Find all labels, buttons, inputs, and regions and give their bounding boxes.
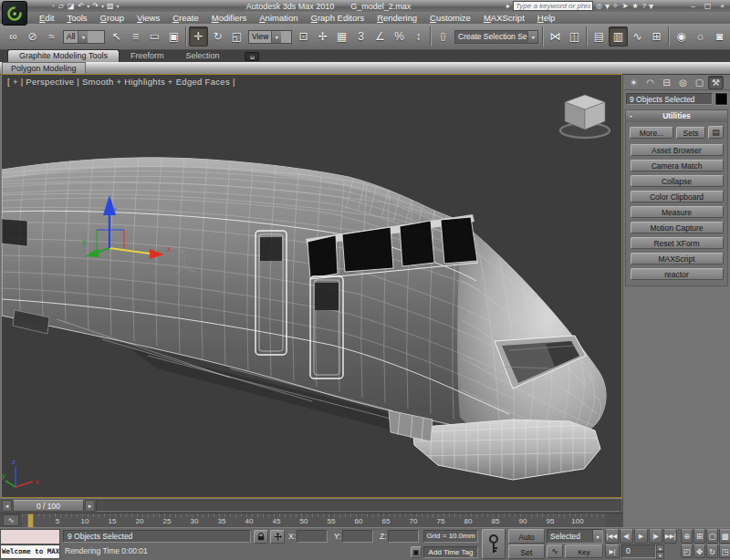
utilities-tab-icon[interactable]: ⚒ [708,76,724,89]
select-and-manipulate-icon[interactable]: ✢ [313,26,332,47]
set-key-button[interactable]: Set Key [508,544,545,559]
undo-icon[interactable]: ↶ [78,1,86,11]
zoom-region-icon[interactable]: ◰ [681,544,693,558]
search-icon[interactable]: ◎ [595,2,603,10]
key-filter-dropdown[interactable]: Selected▾ [547,529,603,544]
new-file-icon[interactable]: ▫ [51,1,56,11]
zoom-extents-icon[interactable]: ▢ [706,529,718,544]
next-frame-arrow-icon[interactable]: ▸ [85,500,95,512]
menu-views[interactable]: Views [130,12,166,24]
previous-frame-arrow-icon[interactable]: ◂ [2,500,12,512]
selset-caret-icon[interactable]: ▾ [527,31,537,43]
schematic-view-icon[interactable]: ⊞ [647,26,666,47]
select-and-link-icon[interactable]: ∞ [4,26,23,47]
select-and-scale-icon[interactable]: ◱ [227,26,246,47]
current-frame-field[interactable]: 0 [621,544,656,558]
maxscript-button[interactable]: MAXScript [631,253,724,264]
restore-button[interactable]: ▢ [702,2,714,10]
mini-curve-editor-icon[interactable]: ∿ [3,514,19,526]
undo-caret-icon[interactable]: ▾ [87,3,89,9]
spinner-up-icon[interactable]: ▴ [656,544,664,552]
align-icon[interactable]: ◫ [565,26,584,47]
spinner-snap-icon[interactable]: ↕ [409,26,428,47]
ribbon-minimize-icon[interactable]: ⊟ [245,52,259,61]
sets-button[interactable]: Sets [676,127,705,139]
coord-caret-icon[interactable]: ▾ [271,31,281,43]
menu-customize[interactable]: Customize [423,12,477,24]
select-and-move-icon[interactable]: ✛ [189,26,208,47]
selection-lock-icon[interactable] [254,530,268,544]
favorites-star-icon[interactable]: ★ [631,2,639,10]
render-setup-icon[interactable]: ☼ [691,26,710,47]
polygon-modeling-panel-tab[interactable]: Polygon Modeling [2,62,86,74]
keyboard-shortcut-override-icon[interactable]: ▦ [332,26,351,47]
minimize-button[interactable]: – [687,2,699,10]
window-crossing-icon[interactable]: ▣ [164,26,183,47]
maximize-viewport-icon[interactable]: ◳ [719,544,730,558]
asset-browser-button[interactable]: Asset Browser [631,144,724,156]
select-object-icon[interactable]: ↖ [107,26,126,47]
menu-maxscript[interactable]: MAXScript [477,12,531,24]
zoom-extents-all-icon[interactable]: ▩ [719,529,730,544]
time-tag-icon[interactable]: ▣ [411,546,422,558]
menu-create[interactable]: Create [166,12,205,24]
menu-help[interactable]: Help [531,12,562,24]
motion-tab-icon[interactable]: ◎ [675,76,691,89]
add-time-tag[interactable]: Add Time Tag [423,546,478,558]
use-pivot-point-icon[interactable]: ⊡ [294,26,313,47]
tab-freeform[interactable]: Freeform [120,50,175,62]
named-selection-set-dropdown[interactable]: Create Selection Se▾ [454,30,538,44]
open-file-icon[interactable]: ▱ [57,1,65,11]
more-button[interactable]: More... [630,127,673,139]
maxscript-mini-listener[interactable]: Welcome to MAX! [0,544,60,559]
selection-filter-dropdown[interactable]: All▾ [63,30,105,44]
angle-snap-icon[interactable]: ∠ [370,26,390,47]
help-icon[interactable]: ? [641,2,647,10]
dropdown-caret-icon[interactable]: ▾ [592,530,602,543]
key-mode-toggle-icon[interactable]: ▶| [605,544,620,558]
curve-editor-icon[interactable]: ∿ [628,26,647,47]
spinner-down-icon[interactable]: ▾ [656,552,664,559]
search-expand-icon[interactable]: ▸ [506,2,511,10]
viewcube[interactable] [552,86,618,142]
select-by-name-icon[interactable]: ≡ [126,26,145,47]
macro-recorder-pane[interactable] [0,529,60,544]
time-slider-handle[interactable]: 0 / 100 [13,500,84,512]
next-frame-icon[interactable]: |▶ [649,529,662,544]
go-to-end-icon[interactable]: ▶▶| [663,529,677,544]
subscription-key-icon[interactable]: ✧ [611,2,620,10]
frame-spinner[interactable]: ▴ ▾ [656,544,664,558]
auto-key-button[interactable]: Auto Key [508,529,545,544]
zoom-icon[interactable]: ⊕ [681,529,693,544]
percent-snap-icon[interactable]: % [390,26,409,47]
key-filters-button[interactable]: Key Filters... [565,544,603,558]
project-caret-icon[interactable]: ▾ [117,3,120,9]
material-editor-icon[interactable]: ◉ [672,26,691,47]
go-to-start-icon[interactable]: |◀◀ [605,529,619,544]
edit-named-selection-sets-icon[interactable]: {} [433,26,453,47]
communication-center-icon[interactable]: ➤ [621,2,630,10]
configure-button-sets-icon[interactable]: ▤ [708,126,724,139]
menu-tools[interactable]: Tools [60,12,93,24]
menu-rendering[interactable]: Rendering [370,12,423,24]
reset-xform-button[interactable]: Reset XForm [631,237,724,249]
select-and-rotate-icon[interactable]: ↻ [208,26,227,47]
search-caret-icon[interactable]: ▾ [605,1,610,11]
menu-group[interactable]: Group [94,12,130,24]
x-coord-field[interactable] [297,530,328,543]
menu-graph-editors[interactable]: Graph Editors [305,12,371,24]
current-frame-marker[interactable] [27,513,34,528]
measure-button[interactable]: Measure [631,206,724,218]
project-folder-icon[interactable]: ▨ [106,1,115,11]
rendered-frame-window-icon[interactable]: ◙ [710,26,729,47]
menu-animation[interactable]: Animation [253,12,304,24]
tab-selection[interactable]: Selection [174,50,230,62]
zoom-all-icon[interactable]: ⊞ [694,529,705,544]
camera-match-button[interactable]: Camera Match [631,160,724,171]
create-tab-icon[interactable]: ✶ [626,76,641,89]
y-coord-field[interactable] [342,530,373,543]
object-color-swatch[interactable] [715,93,727,105]
redo-caret-icon[interactable]: ▾ [101,3,104,9]
modify-tab-icon[interactable]: ◠ [642,76,658,89]
orbit-icon[interactable]: ↻ [706,544,718,558]
